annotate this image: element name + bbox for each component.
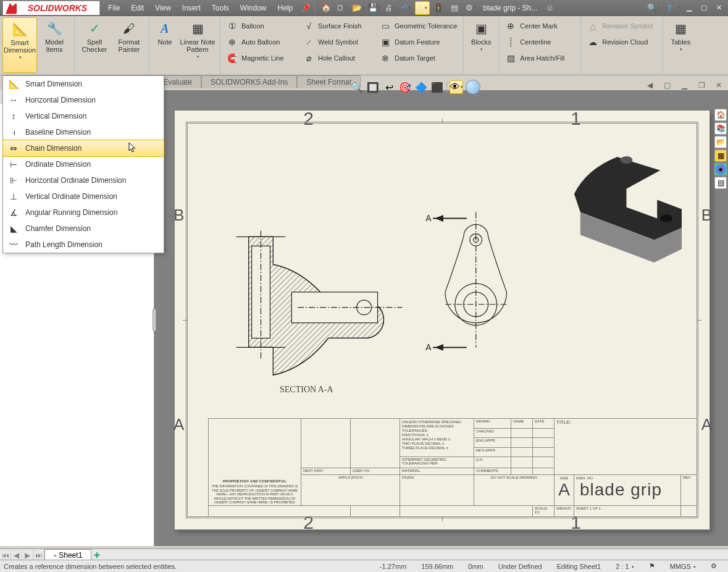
- chevron-down-icon[interactable]: ▾: [680, 47, 682, 52]
- chevron-down-icon[interactable]: ▾: [197, 54, 199, 59]
- tp-lib-icon[interactable]: 📚: [714, 122, 727, 135]
- dd-angular-running[interactable]: ∡Angular Running Dimension: [3, 204, 164, 221]
- tp-appearance-icon[interactable]: ●: [714, 163, 727, 175]
- tp-file-icon[interactable]: 📂: [714, 136, 727, 148]
- select-icon[interactable]: ↖▾: [415, 1, 430, 15]
- format-painter-button[interactable]: 🖌 Format Painter: [112, 17, 146, 73]
- auto-balloon-button[interactable]: ⊕Auto Balloon: [224, 35, 298, 49]
- dd-path-length[interactable]: 〰Path Length Dimension: [3, 237, 164, 253]
- tp-props-icon[interactable]: ▤: [714, 177, 727, 189]
- zoom-area-icon[interactable]: 🔲: [366, 80, 380, 94]
- home-icon[interactable]: 🏠: [319, 1, 333, 15]
- prev-sheet-icon[interactable]: ◀: [11, 550, 22, 561]
- zoom-fit-icon[interactable]: 🔍: [350, 80, 364, 94]
- view-cube-icon[interactable]: ⬛: [430, 80, 444, 94]
- drawing-sheet[interactable]: 21 21 BA BA A: [174, 110, 710, 530]
- menu-view[interactable]: View: [149, 2, 177, 14]
- datum-icon: ▣: [380, 36, 391, 48]
- btn-label: Hole Callout: [318, 54, 355, 62]
- linear-note-pattern-button[interactable]: ▦ Linear Note Pattern ▾: [178, 17, 217, 73]
- dd-vertical-dimension[interactable]: ↕Vertical Dimension: [3, 108, 164, 124]
- dd-ordinate-dimension[interactable]: ⊢Ordinate Dimension: [3, 156, 164, 172]
- graphics-area[interactable]: 21 21 BA BA A: [154, 90, 728, 546]
- magnetic-line-button[interactable]: 🧲Magnetic Line: [224, 51, 298, 65]
- centerline-button[interactable]: ┊Centerline: [503, 35, 577, 49]
- mdi-min-icon[interactable]: ▁: [679, 80, 690, 90]
- doc-props-icon[interactable]: ▤: [447, 1, 462, 15]
- status-flag-icon[interactable]: ⚑: [642, 562, 663, 570]
- dd-vert-ordinate[interactable]: ⊥Vertical Ordinate Dimension: [3, 188, 164, 204]
- status-units-cell[interactable]: MMGS ▾: [663, 563, 703, 570]
- chevron-down-icon[interactable]: ▾: [480, 47, 483, 52]
- zoom-sel-icon[interactable]: 🎯: [398, 80, 412, 94]
- section-icon[interactable]: 🔷: [414, 80, 428, 94]
- dd-horiz-ordinate[interactable]: ⊩Horizontal Ordinate Dimension: [3, 172, 164, 188]
- center-mark-button[interactable]: ⊕Center Mark: [503, 19, 577, 33]
- tab-addins[interactable]: SOLIDWORKS Add-Ins: [201, 75, 297, 88]
- menu-tools[interactable]: Tools: [206, 2, 235, 14]
- status-gear-icon[interactable]: ⚙: [703, 562, 724, 570]
- datum-target-button[interactable]: ⊗Datum Target: [377, 51, 459, 65]
- menu-help[interactable]: Help: [272, 2, 299, 14]
- chevron-down-icon[interactable]: ▾: [19, 55, 22, 60]
- model-items-button[interactable]: 🔧 Model Items: [37, 17, 72, 73]
- tb-checked: CHECKED: [474, 428, 511, 438]
- btn-label: Surface Finish: [318, 22, 361, 30]
- menu-window[interactable]: Window: [235, 2, 272, 14]
- geometric-tol-button[interactable]: ▭Geometric Tolerance: [377, 19, 459, 33]
- blocks-button[interactable]: ▣ Blocks ▾: [466, 17, 496, 73]
- options-icon[interactable]: ⚙▾: [463, 1, 478, 15]
- dd-chamfer-dimension[interactable]: ◣Chamfer Dimension: [3, 221, 164, 237]
- dd-baseline-dimension[interactable]: ⫞Baseline Dimension: [3, 124, 164, 140]
- tp-home-icon[interactable]: 🏠: [714, 109, 727, 121]
- print-icon[interactable]: 🖨▾: [383, 1, 398, 15]
- datum-feature-button[interactable]: ▣Datum Feature: [377, 35, 459, 49]
- hole-callout-button[interactable]: ⌀Hole Callout: [301, 51, 375, 65]
- hatch-button[interactable]: ▨Area Hatch/Fill: [503, 51, 577, 65]
- next-sheet-icon[interactable]: ▶: [22, 550, 33, 561]
- mdi-prev-icon[interactable]: ◀: [644, 80, 655, 90]
- maximize-button[interactable]: ▢: [697, 2, 711, 14]
- first-sheet-icon[interactable]: ⏮: [0, 550, 11, 561]
- status-scale-cell[interactable]: 2 : 1 ▾: [608, 563, 641, 570]
- new-icon[interactable]: 🗋▾: [335, 1, 349, 15]
- mdi-close-icon[interactable]: ✕: [713, 80, 724, 90]
- menu-edit[interactable]: Edit: [125, 2, 149, 14]
- note-button[interactable]: A Note: [152, 17, 178, 73]
- add-sheet-icon[interactable]: ✚: [94, 551, 100, 560]
- menu-file[interactable]: File: [103, 2, 125, 14]
- emoji-icon[interactable]: ☺: [542, 1, 557, 15]
- dd-smart-dimension[interactable]: 📐Smart Dimension: [3, 76, 164, 92]
- dd-label: Vertical Dimension: [25, 112, 86, 120]
- pin-icon[interactable]: 📌: [298, 1, 313, 15]
- minimize-button[interactable]: ▁: [682, 2, 696, 14]
- open-icon[interactable]: 📂▾: [351, 1, 366, 15]
- help-icon[interactable]: ?: [662, 1, 677, 15]
- balloon-button[interactable]: ①Balloon: [224, 19, 298, 33]
- dd-chain-dimension[interactable]: ⇔Chain Dimension: [3, 140, 164, 156]
- mdi-restore-icon[interactable]: ❐: [696, 80, 707, 90]
- panel-grip[interactable]: [153, 309, 156, 331]
- smart-dimension-button[interactable]: 📐 Smart Dimension ▾: [2, 17, 37, 73]
- tp-palette-icon[interactable]: ▦: [714, 149, 727, 162]
- save-icon[interactable]: 💾▾: [367, 1, 382, 15]
- mdi-next-icon[interactable]: ▢: [661, 80, 672, 90]
- surface-finish-button[interactable]: √Surface Finish: [301, 19, 375, 33]
- spell-checker-button[interactable]: ✓ Spell Checker: [77, 17, 112, 73]
- revision-cloud-button[interactable]: ☁Revision Cloud: [585, 35, 659, 49]
- display-style-icon[interactable]: 👁▾: [450, 80, 463, 94]
- chevron-down-icon[interactable]: ▾: [632, 565, 634, 569]
- chevron-down-icon[interactable]: ▾: [693, 565, 696, 569]
- zoom-prev-icon[interactable]: ↩: [382, 80, 396, 94]
- last-sheet-icon[interactable]: ⏭: [33, 550, 44, 561]
- search-icon[interactable]: 🔍▾: [646, 1, 661, 15]
- status-message: Creates a reference dimension between se…: [4, 563, 177, 570]
- close-button[interactable]: ✕: [712, 2, 726, 14]
- appearance-orb-icon[interactable]: [466, 80, 480, 95]
- menu-insert[interactable]: Insert: [177, 2, 206, 14]
- rebuild-icon[interactable]: 🚦: [431, 1, 446, 15]
- tables-button[interactable]: ▦ Tables ▾: [666, 17, 695, 73]
- dd-horizontal-dimension[interactable]: ↔Horizontal Dimension: [3, 92, 164, 108]
- undo-icon[interactable]: ↶▾: [399, 1, 414, 15]
- weld-symbol-button[interactable]: ⟋Weld Symbol: [301, 35, 375, 49]
